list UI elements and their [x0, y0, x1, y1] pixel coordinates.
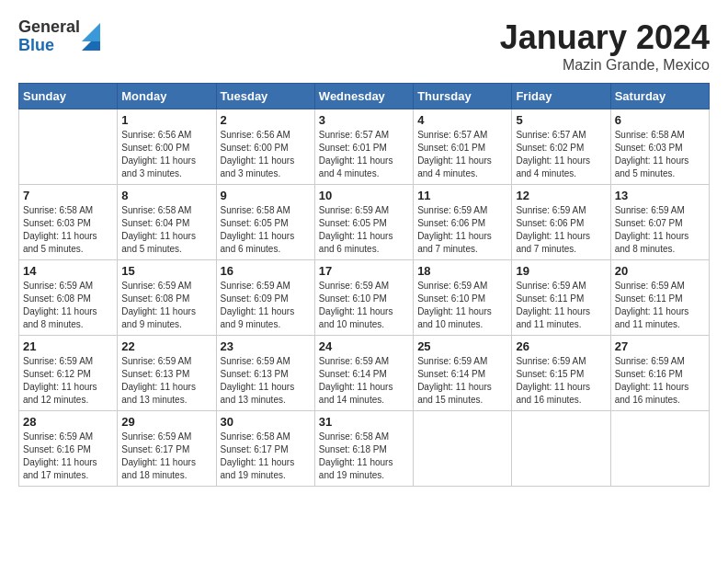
calendar-cell: 2Sunrise: 6:56 AMSunset: 6:00 PMDaylight…	[216, 109, 314, 185]
calendar-cell: 19Sunrise: 6:59 AMSunset: 6:11 PMDayligh…	[512, 260, 610, 336]
calendar-cell: 15Sunrise: 6:59 AMSunset: 6:08 PMDayligh…	[118, 260, 216, 336]
calendar-header-row: SundayMondayTuesdayWednesdayThursdayFrid…	[19, 84, 710, 109]
day-info: Sunrise: 6:59 AMSunset: 6:15 PMDaylight:…	[516, 355, 606, 407]
day-number: 23	[221, 339, 311, 353]
day-info: Sunrise: 6:59 AMSunset: 6:06 PMDaylight:…	[417, 204, 507, 256]
day-info: Sunrise: 6:56 AMSunset: 6:00 PMDaylight:…	[221, 129, 311, 180]
calendar-day-header: Sunday	[19, 84, 118, 109]
day-number: 30	[221, 415, 311, 429]
day-number: 3	[319, 113, 409, 127]
day-number: 8	[121, 189, 211, 202]
day-number: 21	[23, 339, 113, 353]
day-number: 29	[121, 415, 211, 429]
calendar-week-row: 1Sunrise: 6:56 AMSunset: 6:00 PMDaylight…	[19, 109, 710, 185]
calendar-cell: 17Sunrise: 6:59 AMSunset: 6:10 PMDayligh…	[314, 260, 413, 336]
calendar-cell: 20Sunrise: 6:59 AMSunset: 6:11 PMDayligh…	[610, 260, 709, 336]
day-info: Sunrise: 6:59 AMSunset: 6:08 PMDaylight:…	[121, 280, 211, 331]
calendar-cell: 14Sunrise: 6:59 AMSunset: 6:08 PMDayligh…	[19, 260, 118, 336]
day-info: Sunrise: 6:59 AMSunset: 6:11 PMDaylight:…	[615, 280, 705, 331]
calendar-table: SundayMondayTuesdayWednesdayThursdayFrid…	[18, 83, 710, 487]
calendar-week-row: 28Sunrise: 6:59 AMSunset: 6:16 PMDayligh…	[19, 411, 710, 487]
calendar-cell: 6Sunrise: 6:58 AMSunset: 6:03 PMDaylight…	[610, 109, 709, 185]
day-number: 19	[516, 264, 606, 278]
calendar-cell: 27Sunrise: 6:59 AMSunset: 6:16 PMDayligh…	[610, 336, 709, 411]
day-info: Sunrise: 6:59 AMSunset: 6:06 PMDaylight:…	[516, 204, 606, 256]
day-number: 17	[319, 264, 409, 278]
day-number: 13	[615, 189, 705, 202]
calendar-cell: 28Sunrise: 6:59 AMSunset: 6:16 PMDayligh…	[19, 411, 118, 487]
calendar-cell: 8Sunrise: 6:58 AMSunset: 6:04 PMDaylight…	[118, 185, 216, 260]
day-info: Sunrise: 6:58 AMSunset: 6:04 PMDaylight:…	[121, 204, 211, 256]
calendar-cell: 12Sunrise: 6:59 AMSunset: 6:06 PMDayligh…	[512, 185, 610, 260]
calendar-cell	[610, 411, 709, 487]
day-info: Sunrise: 6:59 AMSunset: 6:05 PMDaylight:…	[319, 204, 409, 256]
day-info: Sunrise: 6:57 AMSunset: 6:01 PMDaylight:…	[417, 129, 507, 180]
page-header: General Blue January 2024 Mazin Grande, …	[18, 18, 710, 74]
day-number: 11	[417, 189, 507, 202]
calendar-cell	[512, 411, 610, 487]
title-block: January 2024 Mazin Grande, Mexico	[500, 18, 710, 74]
day-number: 9	[221, 189, 311, 202]
calendar-cell: 16Sunrise: 6:59 AMSunset: 6:09 PMDayligh…	[216, 260, 314, 336]
month-title: January 2024	[500, 18, 710, 57]
day-number: 27	[615, 339, 705, 353]
day-number: 7	[23, 189, 113, 202]
logo: General Blue	[18, 18, 100, 55]
day-number: 24	[319, 339, 409, 353]
calendar-day-header: Monday	[118, 84, 216, 109]
calendar-day-header: Wednesday	[314, 84, 413, 109]
calendar-cell: 29Sunrise: 6:59 AMSunset: 6:17 PMDayligh…	[118, 411, 216, 487]
day-number: 28	[23, 415, 113, 429]
calendar-cell: 13Sunrise: 6:59 AMSunset: 6:07 PMDayligh…	[610, 185, 709, 260]
day-info: Sunrise: 6:59 AMSunset: 6:13 PMDaylight:…	[221, 355, 311, 407]
day-number: 18	[417, 264, 507, 278]
day-info: Sunrise: 6:57 AMSunset: 6:02 PMDaylight:…	[516, 129, 606, 180]
day-number: 26	[516, 339, 606, 353]
calendar-cell: 5Sunrise: 6:57 AMSunset: 6:02 PMDaylight…	[512, 109, 610, 185]
day-number: 6	[615, 113, 705, 127]
day-info: Sunrise: 6:58 AMSunset: 6:17 PMDaylight:…	[221, 431, 311, 482]
calendar-week-row: 7Sunrise: 6:58 AMSunset: 6:03 PMDaylight…	[19, 185, 710, 260]
day-info: Sunrise: 6:59 AMSunset: 6:08 PMDaylight:…	[23, 280, 113, 331]
calendar-cell: 30Sunrise: 6:58 AMSunset: 6:17 PMDayligh…	[216, 411, 314, 487]
day-number: 15	[121, 264, 211, 278]
day-info: Sunrise: 6:59 AMSunset: 6:07 PMDaylight:…	[615, 204, 705, 256]
calendar-cell: 10Sunrise: 6:59 AMSunset: 6:05 PMDayligh…	[314, 185, 413, 260]
svg-marker-1	[82, 23, 100, 41]
calendar-cell: 23Sunrise: 6:59 AMSunset: 6:13 PMDayligh…	[216, 336, 314, 411]
location: Mazin Grande, Mexico	[500, 57, 710, 74]
calendar-week-row: 14Sunrise: 6:59 AMSunset: 6:08 PMDayligh…	[19, 260, 710, 336]
day-info: Sunrise: 6:58 AMSunset: 6:05 PMDaylight:…	[221, 204, 311, 256]
calendar-day-header: Saturday	[610, 84, 709, 109]
day-info: Sunrise: 6:59 AMSunset: 6:16 PMDaylight:…	[23, 431, 113, 482]
day-info: Sunrise: 6:59 AMSunset: 6:09 PMDaylight:…	[221, 280, 311, 331]
calendar-day-header: Tuesday	[216, 84, 314, 109]
day-number: 31	[319, 415, 409, 429]
calendar-cell: 9Sunrise: 6:58 AMSunset: 6:05 PMDaylight…	[216, 185, 314, 260]
day-info: Sunrise: 6:58 AMSunset: 6:03 PMDaylight:…	[23, 204, 113, 256]
calendar-week-row: 21Sunrise: 6:59 AMSunset: 6:12 PMDayligh…	[19, 336, 710, 411]
logo-icon	[82, 23, 100, 51]
day-number: 20	[615, 264, 705, 278]
calendar-cell: 21Sunrise: 6:59 AMSunset: 6:12 PMDayligh…	[19, 336, 118, 411]
day-number: 2	[221, 113, 311, 127]
day-info: Sunrise: 6:59 AMSunset: 6:12 PMDaylight:…	[23, 355, 113, 407]
day-info: Sunrise: 6:57 AMSunset: 6:01 PMDaylight:…	[319, 129, 409, 180]
calendar-cell: 1Sunrise: 6:56 AMSunset: 6:00 PMDaylight…	[118, 109, 216, 185]
day-info: Sunrise: 6:59 AMSunset: 6:14 PMDaylight:…	[319, 355, 409, 407]
logo-blue: Blue	[18, 37, 80, 55]
calendar-cell	[414, 411, 512, 487]
calendar-cell: 31Sunrise: 6:58 AMSunset: 6:18 PMDayligh…	[314, 411, 413, 487]
day-info: Sunrise: 6:59 AMSunset: 6:10 PMDaylight:…	[319, 280, 409, 331]
day-info: Sunrise: 6:59 AMSunset: 6:11 PMDaylight:…	[516, 280, 606, 331]
day-info: Sunrise: 6:56 AMSunset: 6:00 PMDaylight:…	[121, 129, 211, 180]
calendar-cell: 4Sunrise: 6:57 AMSunset: 6:01 PMDaylight…	[414, 109, 512, 185]
calendar-cell: 11Sunrise: 6:59 AMSunset: 6:06 PMDayligh…	[414, 185, 512, 260]
day-info: Sunrise: 6:59 AMSunset: 6:17 PMDaylight:…	[121, 431, 211, 482]
day-info: Sunrise: 6:59 AMSunset: 6:13 PMDaylight:…	[121, 355, 211, 407]
calendar-day-header: Thursday	[414, 84, 512, 109]
day-info: Sunrise: 6:59 AMSunset: 6:10 PMDaylight:…	[417, 280, 507, 331]
day-number: 14	[23, 264, 113, 278]
calendar-cell: 22Sunrise: 6:59 AMSunset: 6:13 PMDayligh…	[118, 336, 216, 411]
day-number: 16	[221, 264, 311, 278]
